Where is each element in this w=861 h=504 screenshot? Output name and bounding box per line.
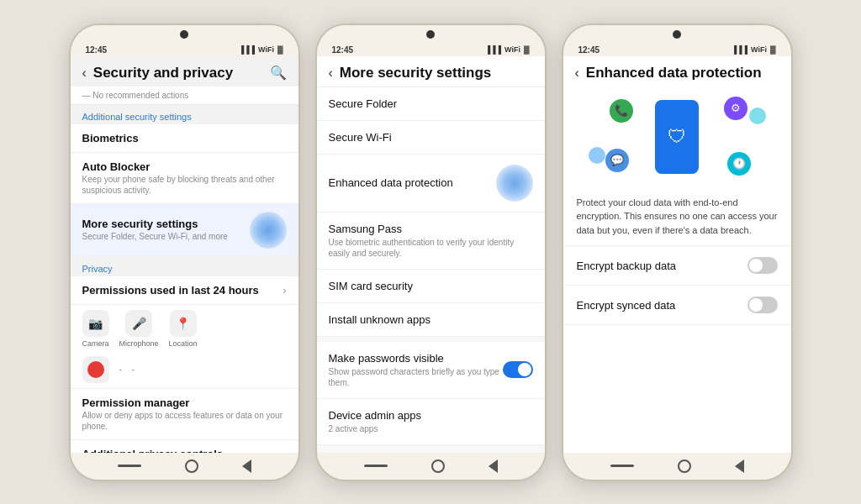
location-perm: 📍 Location: [169, 310, 198, 348]
permissions-item[interactable]: Permissions used in last 24 hours ›: [71, 276, 298, 305]
back-nav-button-2[interactable]: [489, 459, 498, 473]
phone-frame-2: 12:45 ▐▐▐ WiFi ▓ ‹ More security setting…: [315, 24, 547, 481]
ripple-animation-1: [250, 212, 287, 249]
time-2: 12:45: [332, 45, 354, 55]
auto-blocker-item[interactable]: Auto Blocker Keep your phone safe by blo…: [71, 153, 298, 204]
recents-button-3[interactable]: [610, 465, 634, 467]
additional-privacy-item[interactable]: Additional privacy controls Control acce…: [71, 440, 298, 453]
recents-button-2[interactable]: [364, 465, 388, 467]
secure-folder-item[interactable]: Secure Folder: [317, 87, 545, 121]
make-passwords-toggle[interactable]: [503, 361, 533, 378]
wifi-icon-3: WiFi: [751, 45, 767, 54]
camera-perm: 📷 Camera: [82, 310, 109, 348]
page-title-1: Security and privacy: [93, 65, 263, 81]
status-bar-2: 12:45 ▐▐▐ WiFi ▓: [317, 44, 545, 56]
top-nav-2: ‹ More security settings: [317, 56, 545, 87]
top-nav-1: ‹ Security and privacy 🔍: [71, 56, 298, 87]
battery-icon-2: ▓: [524, 45, 530, 54]
enhanced-protection-item[interactable]: Enhanced data protection: [317, 155, 545, 213]
camera-icon: 📷: [82, 310, 109, 337]
screen-content-1: ‹ Security and privacy 🔍 — No recommende…: [71, 56, 298, 453]
small-teal-bubble: [749, 108, 766, 124]
battery-icon: ▓: [277, 45, 283, 54]
camera-notch-2: [426, 30, 435, 39]
phone-illustration: 🛡: [655, 100, 699, 174]
small-blue-bubble: [589, 147, 605, 164]
nav-bottom-2: [317, 453, 545, 480]
back-nav-button-1[interactable]: [242, 459, 251, 473]
wifi-icon-2: WiFi: [504, 45, 520, 54]
wifi-icon: WiFi: [258, 45, 274, 54]
back-nav-button-3[interactable]: [735, 459, 744, 473]
home-button-1[interactable]: [185, 459, 198, 473]
home-button-3[interactable]: [678, 459, 691, 473]
credential-storage-section: Credential storage: [317, 445, 545, 453]
page-title-2: More security settings: [340, 65, 533, 81]
phone-3: 12:45 ▐▐▐ WiFi ▓ ‹ Enhanced data protect…: [562, 24, 793, 481]
phone-2: 12:45 ▐▐▐ WiFi ▓ ‹ More security setting…: [315, 24, 547, 481]
install-unknown-item[interactable]: Install unknown apps: [317, 303, 545, 337]
encrypt-synced-item[interactable]: Encrypt synced data: [563, 286, 791, 325]
permissions-row: 📷 Camera 🎤 Microphone 📍 Location: [71, 305, 298, 353]
more-security-item[interactable]: More security settings Secure Folder, Se…: [71, 204, 298, 257]
sim-security-item[interactable]: SIM card security: [317, 270, 545, 303]
phone-bubble-icon: 📞: [610, 99, 633, 123]
top-nav-3: ‹ Enhanced data protection: [563, 56, 791, 87]
signal-icon-3: ▐▐▐: [732, 45, 747, 54]
location-icon: 📍: [170, 310, 197, 337]
status-bar-3: 12:45 ▐▐▐ WiFi ▓: [563, 44, 791, 56]
section-additional: Additional security settings: [71, 105, 298, 124]
samsung-pass-item[interactable]: Samsung Pass Use biometric authenticatio…: [317, 213, 545, 270]
recents-button-1[interactable]: [118, 465, 141, 467]
back-button-2[interactable]: ‹: [329, 66, 333, 81]
no-actions-bar: — No recommended actions: [71, 87, 298, 105]
red-dot-icon: [82, 356, 109, 383]
chevron-right-icon: ›: [283, 284, 286, 297]
make-passwords-item[interactable]: Make passwords visible Show password cha…: [317, 342, 545, 399]
encrypt-backup-item[interactable]: Encrypt backup data: [563, 246, 791, 286]
illustration-area: 📞 💬 🛡 ⚙ 🕐: [563, 87, 791, 187]
notch-bar-3: [563, 25, 791, 44]
camera-notch-1: [180, 30, 188, 39]
back-button-3[interactable]: ‹: [575, 66, 579, 81]
phone-1: 12:45 ▐▐▐ WiFi ▓ ‹ Security and privacy …: [69, 24, 300, 481]
phone-frame-3: 12:45 ▐▐▐ WiFi ▓ ‹ Enhanced data protect…: [562, 24, 793, 481]
status-icons-3: ▐▐▐ WiFi ▓: [732, 45, 776, 54]
secure-wifi-item[interactable]: Secure Wi-Fi: [317, 121, 545, 155]
perm-dots-row: - -: [71, 353, 298, 389]
status-icons-2: ▐▐▐ WiFi ▓: [485, 45, 530, 54]
notch-bar-2: [317, 25, 545, 44]
ripple-animation-2: [496, 165, 533, 202]
time-3: 12:45: [578, 45, 600, 55]
shield-icon: 🛡: [668, 126, 686, 148]
camera-notch-3: [673, 30, 681, 39]
settings-bubble-icon: ⚙: [724, 97, 747, 120]
search-button-1[interactable]: 🔍: [270, 65, 287, 81]
notch-bar-1: [71, 25, 298, 44]
page-title-3: Enhanced data protection: [586, 65, 779, 81]
signal-icon: ▐▐▐: [239, 45, 255, 54]
nav-bottom-3: [563, 453, 791, 480]
protection-description: Protect your cloud data with end-to-end …: [563, 187, 791, 247]
screen-content-2: ‹ More security settings Secure Folder S…: [317, 56, 545, 453]
encrypt-synced-toggle[interactable]: [747, 297, 778, 313]
back-button-1[interactable]: ‹: [82, 66, 87, 81]
time-1: 12:45: [86, 45, 108, 55]
microphone-perm: 🎤 Microphone: [119, 310, 159, 348]
status-icons-1: ▐▐▐ WiFi ▓: [239, 45, 283, 54]
biometrics-item[interactable]: Biometrics: [71, 124, 298, 153]
screen-content-3: ‹ Enhanced data protection 📞 💬 🛡 ⚙ 🕐 Pro…: [563, 56, 791, 453]
clock-bubble-icon: 🕐: [727, 152, 751, 176]
phone-frame-1: 12:45 ▐▐▐ WiFi ▓ ‹ Security and privacy …: [69, 24, 300, 481]
home-button-2[interactable]: [431, 459, 445, 473]
device-admin-item[interactable]: Device admin apps 2 active apps: [317, 399, 545, 445]
microphone-icon: 🎤: [125, 310, 152, 337]
status-bar-1: 12:45 ▐▐▐ WiFi ▓: [71, 44, 298, 56]
chat-bubble-icon: 💬: [605, 149, 629, 172]
nav-bottom-1: [71, 453, 298, 480]
encrypt-backup-toggle[interactable]: [747, 257, 778, 274]
battery-icon-3: ▓: [770, 45, 776, 54]
signal-icon-2: ▐▐▐: [485, 45, 501, 54]
permission-manager-item[interactable]: Permission manager Allow or deny apps to…: [71, 389, 298, 440]
section-privacy: Privacy: [71, 257, 298, 276]
